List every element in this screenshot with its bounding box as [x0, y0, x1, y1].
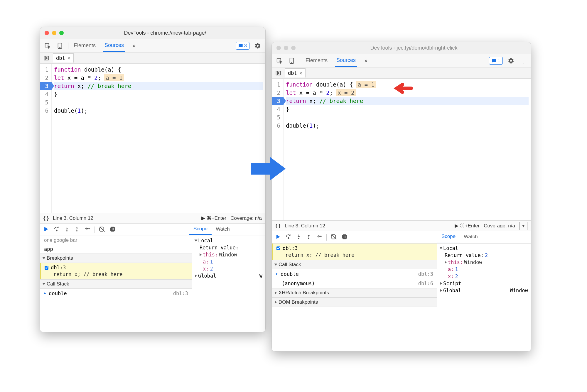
arrow-right-icon: ➤: [43, 290, 46, 296]
svg-rect-14: [290, 58, 294, 63]
coverage-status: Coverage: n/a: [230, 215, 262, 221]
step-icon[interactable]: [84, 226, 90, 233]
scope-pane[interactable]: Local Return value: 2 this: Window a: 1 …: [437, 244, 531, 351]
svg-marker-19: [394, 84, 400, 93]
breakpoint-item[interactable]: dbl:3 return x; // break here: [272, 244, 437, 260]
gear-icon[interactable]: [507, 57, 515, 65]
svg-rect-6: [44, 227, 45, 231]
bp-checkbox[interactable]: [276, 246, 280, 250]
svg-rect-1: [58, 43, 62, 48]
tab-watch[interactable]: Watch: [212, 224, 234, 234]
tab-scope[interactable]: Scope: [189, 224, 212, 235]
pause-on-exception-icon[interactable]: [341, 234, 348, 241]
tab-elements[interactable]: Elements: [304, 55, 329, 67]
gear-icon[interactable]: [254, 42, 262, 50]
gutter[interactable]: 123456: [40, 64, 52, 213]
gutter[interactable]: 123456: [272, 79, 284, 220]
chevron-down-icon: [440, 247, 443, 249]
titlebar[interactable]: DevTools - chrome://new-tab-page/: [40, 27, 265, 39]
breakpoint-item[interactable]: dbl:3 return x; // break here: [40, 263, 192, 279]
arrow-right-icon: ➤: [275, 271, 278, 277]
main-toolbar: Elements Sources » 1 ⋮: [272, 54, 531, 67]
file-tab-dbl[interactable]: dbl×: [285, 68, 306, 77]
svg-point-10: [88, 228, 90, 229]
step-out-icon[interactable]: [306, 234, 312, 241]
deactivate-bp-icon[interactable]: [331, 234, 337, 241]
tab-more[interactable]: »: [363, 55, 369, 67]
divider: [68, 43, 68, 49]
collapse-icon[interactable]: ▾: [519, 222, 527, 230]
close-icon[interactable]: ×: [299, 70, 302, 76]
tab-sources[interactable]: Sources: [335, 54, 357, 67]
step-icon[interactable]: [316, 234, 322, 241]
callstack-frame[interactable]: ➤doubledbl:3: [40, 289, 192, 298]
divider: [300, 58, 300, 64]
chevron-right-icon: [200, 253, 202, 256]
close-dot[interactable]: [45, 31, 49, 35]
callstack-header[interactable]: Call Stack: [272, 260, 437, 269]
code-lines[interactable]: function double(a) { let x = a * 2;a = 1…: [52, 64, 265, 213]
tab-elements[interactable]: Elements: [72, 40, 97, 52]
issues-badge[interactable]: 3: [236, 42, 249, 50]
close-icon[interactable]: ×: [68, 55, 70, 61]
debugger-panel: Scope Watch dbl:3 return x; // break her…: [272, 231, 531, 351]
file-tab-dbl[interactable]: dbl×: [53, 53, 74, 62]
tab-more[interactable]: »: [131, 40, 137, 52]
minimize-dot[interactable]: [52, 31, 56, 35]
debug-toolbar: Scope Watch: [40, 224, 265, 236]
show-navigator-icon[interactable]: [274, 69, 282, 77]
code-area[interactable]: 123456 function double(a) {a = 1 let x =…: [272, 79, 531, 220]
pane-item-app[interactable]: app: [40, 245, 192, 254]
svg-point-23: [308, 238, 309, 239]
titlebar[interactable]: DevTools - jec.fyi/demo/dbl-right-click: [272, 42, 531, 54]
chevron-down-icon: [195, 240, 198, 242]
svg-point-24: [320, 236, 322, 237]
pretty-print-icon[interactable]: { }: [43, 215, 49, 221]
inspect-icon[interactable]: [275, 57, 284, 65]
code-area[interactable]: 123456 function double(a) { let x = a * …: [40, 64, 265, 213]
pause-on-exception-icon[interactable]: [109, 226, 116, 233]
red-annotation-arrow: [392, 81, 413, 96]
device-icon[interactable]: [288, 57, 296, 65]
cursor-position: Line 3, Column 12: [285, 223, 325, 229]
code-lines[interactable]: function double(a) {a = 1 let x = a * 2;…: [284, 79, 531, 220]
bp-checkbox[interactable]: [45, 266, 48, 270]
step-over-icon[interactable]: [285, 234, 292, 241]
callstack-frame[interactable]: ➤doubledbl:3: [272, 269, 437, 279]
minimize-dot[interactable]: [284, 46, 288, 50]
left-pane[interactable]: dbl:3 return x; // break here Call Stack…: [272, 244, 437, 351]
tab-sources[interactable]: Sources: [103, 39, 125, 52]
breakpoints-header[interactable]: Breakpoints: [40, 254, 192, 263]
step-into-icon[interactable]: [296, 234, 302, 241]
scope-pane[interactable]: Local Return value: this: Window a: 1 x:…: [192, 236, 265, 332]
maximize-dot[interactable]: [291, 46, 296, 50]
resume-icon[interactable]: [43, 226, 49, 233]
tab-watch[interactable]: Watch: [460, 232, 482, 242]
xhr-breakpoints-header[interactable]: XHR/fetch Breakpoints: [272, 288, 437, 298]
svg-marker-27: [251, 157, 286, 180]
show-navigator-icon[interactable]: [42, 54, 50, 62]
close-dot[interactable]: [276, 46, 281, 50]
svg-point-9: [76, 230, 77, 232]
maximize-dot[interactable]: [59, 31, 64, 35]
more-icon[interactable]: ⋮: [519, 57, 527, 65]
chevron-down-icon: [43, 283, 45, 285]
left-pane[interactable]: one google bar app Breakpoints dbl:3 ret…: [40, 236, 192, 332]
svg-point-22: [298, 238, 299, 239]
tab-scope[interactable]: Scope: [437, 231, 460, 242]
device-icon[interactable]: [56, 42, 64, 50]
inspect-icon[interactable]: [43, 42, 52, 50]
svg-marker-5: [47, 58, 48, 58]
callstack-frame[interactable]: (anonymous)dbl:6: [272, 279, 437, 288]
callstack-header[interactable]: Call Stack: [40, 279, 192, 289]
step-out-icon[interactable]: [74, 226, 80, 233]
file-tabs: dbl×: [272, 67, 531, 79]
pretty-print-icon[interactable]: { }: [275, 223, 281, 229]
issues-badge[interactable]: 1: [489, 57, 503, 65]
dom-breakpoints-header[interactable]: DOM Breakpoints: [272, 298, 437, 307]
step-over-icon[interactable]: [53, 226, 60, 233]
step-into-icon[interactable]: [64, 226, 70, 233]
resume-icon[interactable]: [275, 234, 281, 241]
deactivate-bp-icon[interactable]: [99, 226, 105, 233]
chevron-right-icon: [195, 274, 197, 277]
